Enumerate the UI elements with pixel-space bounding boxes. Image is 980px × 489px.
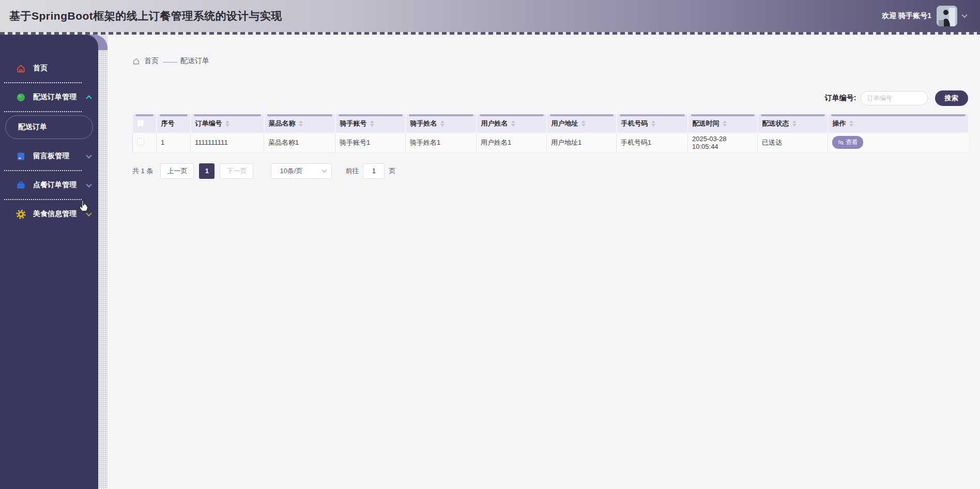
cell-index: 1 [157, 133, 191, 152]
sidebar-item-delivery-orders-management[interactable]: 配送订单管理 [0, 83, 98, 111]
sort-carets-icon [299, 120, 303, 127]
breadcrumb-separator: —— [163, 57, 176, 66]
column-label: 配送状态 [762, 119, 789, 128]
column-label: 骑手姓名 [410, 119, 437, 128]
view-magnifier-icon [837, 139, 844, 146]
message-board-icon [16, 151, 26, 161]
chevron-down-icon [86, 181, 91, 187]
page-size-value: 10条/页 [280, 166, 302, 176]
goto-page-input[interactable] [363, 163, 385, 179]
prev-page-button[interactable]: 上一页 [160, 163, 194, 179]
select-all-checkbox[interactable] [137, 119, 144, 127]
sort-carets-icon [651, 120, 655, 127]
sort-carets-icon [792, 120, 797, 127]
cell-dish-name: 菜品名称1 [264, 133, 335, 152]
column-header-user-name[interactable]: 用户姓名 [477, 114, 547, 133]
cell-rider-account: 骑手账号1 [335, 133, 406, 152]
header-select-all[interactable] [133, 114, 157, 133]
chevron-up-icon [86, 95, 91, 101]
column-header-rider-name[interactable]: 骑手姓名 [406, 114, 477, 133]
page-number-active[interactable]: 1 [199, 163, 215, 179]
sidebar-nav: 首页 配送订单管理 配送订单 留言板管理 [0, 35, 98, 489]
cell-user-address: 用户地址1 [547, 133, 617, 152]
column-label: 手机号码 [621, 119, 648, 128]
cell-delivery-time: 2025-03-28 10:05:44 [688, 133, 758, 152]
user-area[interactable]: 欢迎 骑手账号1 [882, 6, 980, 26]
welcome-text: 欢迎 骑手账号1 [882, 11, 931, 21]
sidebar-item-label: 留言板管理 [33, 151, 87, 161]
column-header-delivery-time[interactable]: 配送时间 [688, 114, 758, 133]
sidebar-item-label: 首页 [33, 64, 91, 73]
cell-rider-name: 骑手姓名1 [406, 133, 477, 152]
sort-carets-icon [723, 120, 727, 127]
column-header-dish-name[interactable]: 菜品名称 [264, 114, 335, 133]
green-dot-icon [16, 92, 26, 102]
row-checkbox[interactable] [137, 138, 144, 145]
mouse-cursor-icon [76, 198, 92, 213]
main-content: 首页 —— 配送订单 订单编号: 搜索 序号 订单编号 菜品名称 骑手账号 [108, 35, 980, 489]
column-header-phone[interactable]: 手机号码 [617, 114, 688, 133]
user-avatar[interactable] [937, 6, 957, 26]
sidebar-item-label: 点餐订单管理 [33, 180, 87, 190]
column-label: 配送时间 [693, 119, 719, 128]
column-header-order-number[interactable]: 订单编号 [191, 114, 264, 133]
app-header: 基于SpringBoot框架的线上订餐管理系统的设计与实现 欢迎 骑手账号1 [0, 0, 980, 32]
breadcrumb-current: 配送订单 [180, 56, 209, 66]
column-label: 用户地址 [552, 119, 578, 128]
sidebar-subitem-label: 配送订单 [18, 123, 47, 132]
column-header-user-address[interactable]: 用户地址 [547, 114, 617, 133]
table-row: 1 1111111111 菜品名称1 骑手账号1 骑手姓名1 用户姓名1 用户地… [133, 133, 968, 152]
chevron-down-icon [322, 167, 327, 173]
page-size-select[interactable]: 10条/页 [271, 163, 332, 179]
sidebar-subitem-delivery-orders[interactable]: 配送订单 [5, 115, 93, 139]
cell-phone: 手机号码1 [617, 133, 688, 152]
pagination: 共 1 条 上一页 1 下一页 10条/页 前往 页 [132, 163, 968, 179]
chevron-down-icon [86, 152, 91, 158]
search-bar: 订单编号: 搜索 [132, 90, 968, 106]
cell-order-number: 1111111111 [191, 133, 264, 152]
goto-unit: 页 [389, 166, 395, 176]
sidebar-item-food-orders-management[interactable]: 点餐订单管理 [0, 171, 98, 199]
order-number-input[interactable] [861, 91, 928, 105]
column-label: 菜品名称 [269, 119, 296, 128]
person-silhouette-icon [937, 6, 957, 26]
sort-carets-icon [440, 120, 445, 127]
pagination-total: 共 1 条 [132, 166, 153, 176]
view-button-label: 查看 [846, 138, 858, 147]
column-header-actions[interactable]: 操作 [828, 114, 968, 133]
cell-select [133, 133, 157, 152]
sort-carets-icon [581, 120, 586, 127]
view-button[interactable]: 查看 [832, 136, 863, 149]
sidebar-item-label: 配送订单管理 [33, 93, 87, 102]
column-label: 用户姓名 [481, 119, 508, 128]
goto-page: 前往 页 [345, 163, 395, 179]
column-header-index[interactable]: 序号 [157, 114, 191, 133]
sidebar-column: 首页 配送订单管理 配送订单 留言板管理 [0, 35, 108, 489]
column-label: 骑手账号 [340, 119, 367, 128]
home-icon [16, 63, 26, 73]
breadcrumb-home[interactable]: 首页 [144, 56, 159, 66]
goto-label: 前往 [345, 166, 359, 176]
breadcrumb: 首页 —— 配送订单 [132, 56, 968, 66]
app-title: 基于SpringBoot框架的线上订餐管理系统的设计与实现 [0, 9, 282, 23]
column-header-delivery-status[interactable]: 配送状态 [758, 114, 828, 133]
user-dropdown-chevron-icon [961, 12, 967, 18]
cell-delivery-status: 已送达 [758, 133, 828, 152]
menu-separator [4, 111, 82, 112]
gear-icon [16, 209, 26, 219]
column-header-rider-account[interactable]: 骑手账号 [335, 114, 406, 133]
cell-actions: 查看 [828, 133, 968, 152]
search-label: 订单编号: [825, 94, 856, 103]
next-page-button[interactable]: 下一页 [220, 163, 253, 179]
sort-carets-icon [225, 120, 229, 127]
sidebar-item-message-board-management[interactable]: 留言板管理 [0, 142, 98, 170]
column-label: 订单编号 [195, 119, 222, 128]
cell-user-name: 用户姓名1 [477, 133, 547, 152]
column-label: 序号 [161, 119, 175, 128]
table-header-row: 序号 订单编号 菜品名称 骑手账号 骑手姓名 用户姓名 用户地址 手机号码 配送… [133, 114, 968, 133]
sort-carets-icon [370, 120, 374, 127]
briefcase-icon [16, 180, 26, 190]
search-button[interactable]: 搜索 [935, 90, 968, 106]
sidebar-item-home[interactable]: 首页 [0, 54, 98, 82]
sort-carets-icon [849, 120, 853, 127]
